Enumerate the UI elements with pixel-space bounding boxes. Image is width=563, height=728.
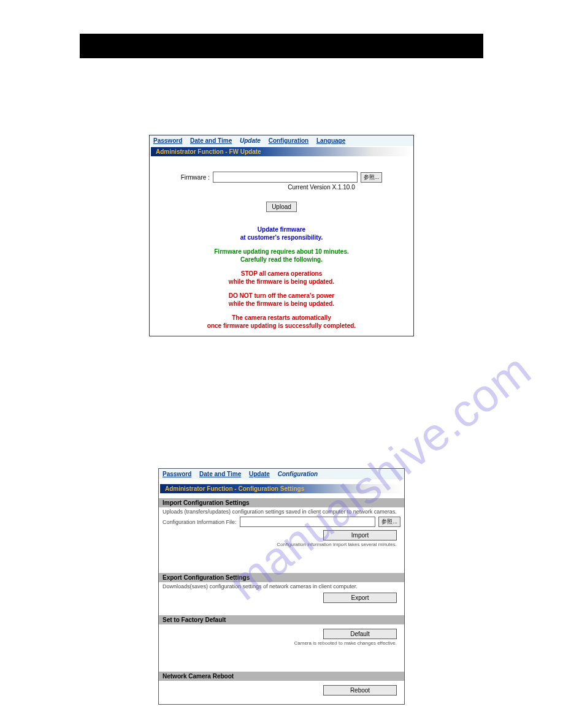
tab2-password[interactable]: Password — [163, 471, 191, 477]
tab-date-time[interactable]: Date and Time — [190, 137, 232, 144]
msg-green: Firmware updating requires about 10 minu… — [156, 248, 407, 264]
default-button[interactable]: Default — [323, 629, 397, 639]
config-header: Administrator Function - Configuration S… — [160, 484, 403, 493]
import-desc: Uploads (transfers/updates) configuratio… — [163, 509, 400, 515]
tab-configuration[interactable]: Configuration — [269, 137, 309, 144]
config-settings-panel: Password Date and Time Update Configurat… — [158, 468, 405, 705]
default-note: Camera is rebooted to make changes effec… — [163, 640, 400, 646]
tab-update[interactable]: Update — [240, 137, 261, 144]
config-file-label: Configuration Information File: — [163, 519, 237, 525]
export-button[interactable]: Export — [323, 593, 397, 603]
msg-red-2: DO NOT turn off the camera's powerwhile … — [156, 292, 407, 308]
firmware-input[interactable] — [213, 172, 358, 183]
msg-blue: Update firmwareat customer's responsibil… — [156, 226, 407, 241]
fw-update-header: Administrator Function - FW Update — [151, 147, 412, 156]
upload-button[interactable]: Upload — [266, 202, 297, 212]
import-note: Configuration information import takes s… — [163, 542, 400, 547]
import-header: Import Configuration Settings — [159, 498, 404, 507]
export-header: Export Configuration Settings — [159, 573, 404, 582]
tab-bar-2: Password Date and Time Update Configurat… — [159, 469, 404, 479]
browse-button-2[interactable]: 参照... — [378, 517, 400, 527]
msg-red-3: The camera restarts automaticallyonce fi… — [156, 314, 407, 330]
config-file-input[interactable] — [240, 517, 376, 527]
msg-red-1: STOP all camera operationswhile the firm… — [156, 270, 407, 286]
fw-update-panel: Password Date and Time Update Configurat… — [149, 135, 414, 336]
tab-language[interactable]: Language — [316, 137, 345, 144]
reboot-button[interactable]: Reboot — [323, 685, 397, 696]
reboot-header: Network Camera Reboot — [159, 672, 404, 681]
tab-bar: Password Date and Time Update Configurat… — [150, 135, 413, 146]
firmware-label: Firmware : — [181, 174, 210, 181]
tab2-update[interactable]: Update — [249, 471, 270, 477]
tab-password[interactable]: Password — [153, 137, 182, 144]
export-desc: Downloads(saves) configuration settings … — [163, 583, 400, 590]
import-button[interactable]: Import — [323, 530, 397, 540]
version-text: Current Version X.1.10.0 — [156, 184, 407, 191]
default-header: Set to Factory Default — [159, 615, 404, 624]
browse-button[interactable]: 参照... — [361, 172, 383, 183]
header-black-bar — [80, 34, 483, 58]
tab2-configuration[interactable]: Configuration — [278, 471, 318, 477]
tab2-date-time[interactable]: Date and Time — [199, 471, 241, 477]
